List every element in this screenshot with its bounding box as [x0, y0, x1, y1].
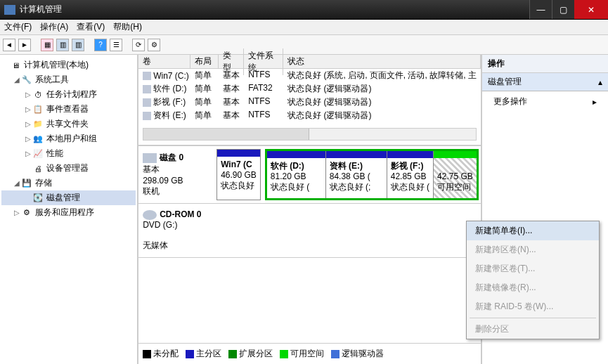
- up-button[interactable]: ▦: [41, 39, 53, 51]
- navigation-tree: 🖥计算机管理(本地) ◢🔧系统工具 ▷⏱任务计划程序 ▷📋事件查看器 ▷📁共享文…: [0, 55, 138, 364]
- partition-d[interactable]: 软件 (D:)81.20 GB状态良好 (: [267, 151, 326, 198]
- legend: 未分配 主分区 扩展分区 可用空间 逻辑驱动器: [138, 343, 481, 364]
- tree-storage[interactable]: ◢💾存储: [1, 176, 136, 190]
- back-button[interactable]: ◄: [3, 39, 15, 51]
- disk-label[interactable]: 磁盘 0 基本 298.09 GB 联机: [138, 146, 214, 203]
- help-button[interactable]: ?: [94, 39, 107, 51]
- volume-icon: [143, 112, 151, 120]
- menu-bar: 文件(F) 操作(A) 查看(V) 帮助(H): [0, 20, 608, 35]
- tree-task-scheduler[interactable]: ▷⏱任务计划程序: [1, 87, 136, 102]
- refresh-button[interactable]: ⟳: [132, 39, 145, 51]
- volume-icon: [143, 72, 151, 80]
- volume-row[interactable]: 资料 (E:)简单基本NTFS状态良好 (逻辑驱动器): [138, 109, 481, 122]
- cdrom-label[interactable]: CD-ROM 0 DVD (G:) 无媒体: [138, 204, 481, 257]
- titlebar: 计算机管理 — ▢ ✕: [0, 0, 608, 20]
- volume-list: Win7 (C:)简单基本NTFS状态良好 (系统, 启动, 页面文件, 活动,…: [138, 69, 481, 122]
- tree-system-tools[interactable]: ◢🔧系统工具: [1, 72, 136, 87]
- tree-shared-folders[interactable]: ▷📁共享文件夹: [1, 117, 136, 131]
- panel2-button[interactable]: ▥: [72, 39, 84, 51]
- toolbar: ◄ ► ▦ ▥ ▥ ? ☰ ⟳ ⚙: [0, 35, 608, 55]
- cdrom-row: CD-ROM 0 DVD (G:) 无媒体: [138, 204, 481, 258]
- context-menu: 新建简单卷(I)... 新建跨区卷(N)... 新建带区卷(T)... 新建镜像…: [466, 221, 600, 339]
- col-layout[interactable]: 布局: [190, 54, 219, 69]
- volume-row[interactable]: 软件 (D:)简单基本FAT32状态良好 (逻辑驱动器): [138, 82, 481, 96]
- cdrom-icon: [143, 210, 157, 220]
- volume-icon: [143, 85, 151, 93]
- partition-free[interactable]: 42.75 GB可用空间: [434, 151, 477, 198]
- window-title: 计算机管理: [20, 4, 529, 15]
- extended-partition: 软件 (D:)81.20 GB状态良好 ( 资料 (E:)84.38 GB (状…: [265, 149, 479, 200]
- actions-more[interactable]: 更多操作▸: [482, 91, 608, 112]
- partition-e[interactable]: 资料 (E:)84.38 GB (状态良好 (;: [326, 151, 387, 198]
- tree-root[interactable]: 🖥计算机管理(本地): [1, 58, 136, 72]
- tree-event-viewer[interactable]: ▷📋事件查看器: [1, 102, 136, 117]
- tree-services-apps[interactable]: ▷⚙服务和应用程序: [1, 205, 136, 220]
- actions-disk-management[interactable]: 磁盘管理▴: [482, 73, 608, 91]
- settings-button[interactable]: ⚙: [148, 39, 160, 51]
- disk-layout: 磁盘 0 基本 298.09 GB 联机 Win7 (C46.90 GB状态良好…: [138, 145, 481, 364]
- tree-device-manager[interactable]: 🖨设备管理器: [1, 161, 136, 176]
- menu-new-mirror-volume: 新建镜像卷(R)...: [467, 278, 599, 297]
- chevron-right-icon: ▸: [593, 97, 597, 107]
- menu-new-striped-volume: 新建带区卷(T)...: [467, 259, 599, 278]
- volume-icon: [143, 98, 151, 107]
- menu-action[interactable]: 操作(A): [40, 21, 68, 33]
- tree-local-users[interactable]: ▷👥本地用户和组: [1, 131, 136, 146]
- panel1-button[interactable]: ▥: [56, 39, 69, 51]
- tree-performance[interactable]: ▷📈性能: [1, 146, 136, 161]
- menu-delete-partition: 删除分区: [467, 320, 599, 339]
- chevron-up-icon: ▴: [598, 77, 602, 87]
- horizontal-scrollbar[interactable]: [143, 128, 477, 141]
- maximize-button[interactable]: ▢: [552, 0, 574, 19]
- disk-row: 磁盘 0 基本 298.09 GB 联机 Win7 (C46.90 GB状态良好…: [138, 146, 481, 204]
- menu-view[interactable]: 查看(V): [77, 21, 105, 33]
- menu-new-simple-volume[interactable]: 新建简单卷(I)...: [467, 221, 599, 240]
- partition-c[interactable]: Win7 (C46.90 GB状态良好: [216, 149, 261, 200]
- menu-new-spanned-volume: 新建跨区卷(N)...: [467, 240, 599, 259]
- col-status[interactable]: 状态: [283, 54, 481, 69]
- menu-new-raid5-volume: 新建 RAID-5 卷(W)...: [467, 297, 599, 316]
- list-button[interactable]: ☰: [110, 39, 122, 51]
- partition-f[interactable]: 影视 (F:)42.85 GB状态良好 (: [387, 151, 434, 198]
- menu-help[interactable]: 帮助(H): [113, 21, 142, 33]
- menu-file[interactable]: 文件(F): [4, 21, 32, 33]
- forward-button[interactable]: ►: [18, 39, 31, 51]
- app-icon: [4, 5, 15, 15]
- minimize-button[interactable]: —: [529, 0, 552, 19]
- disk-icon: [143, 153, 157, 163]
- content-pane: 卷 布局 类型 文件系统 状态 Win7 (C:)简单基本NTFS状态良好 (系…: [138, 55, 482, 364]
- col-volume[interactable]: 卷: [138, 54, 190, 69]
- actions-header: 操作: [482, 55, 608, 73]
- volume-row[interactable]: Win7 (C:)简单基本NTFS状态良好 (系统, 启动, 页面文件, 活动,…: [138, 69, 481, 82]
- volume-row[interactable]: 影视 (F:)简单基本NTFS状态良好 (逻辑驱动器): [138, 96, 481, 109]
- close-button[interactable]: ✕: [574, 0, 608, 19]
- tree-disk-management[interactable]: 💽磁盘管理: [1, 190, 136, 205]
- volume-list-header: 卷 布局 类型 文件系统 状态: [138, 55, 481, 69]
